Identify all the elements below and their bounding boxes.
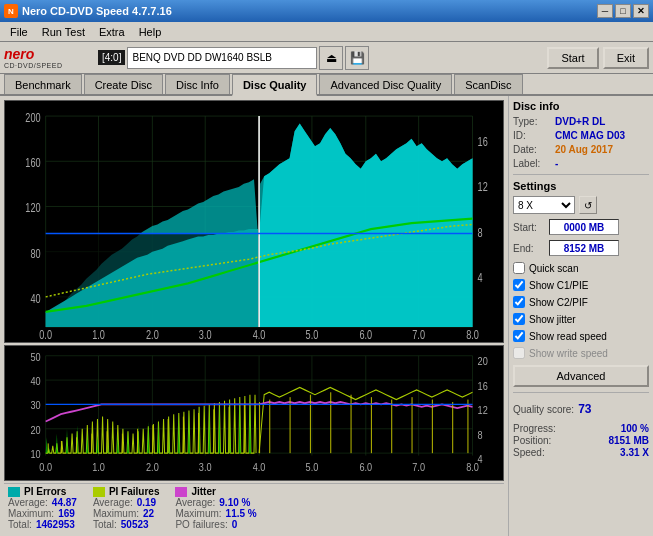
close-button[interactable]: ✕ — [633, 4, 649, 18]
tabs-bar: Benchmark Create Disc Disc Info Disc Qua… — [0, 74, 653, 96]
menu-file[interactable]: File — [4, 24, 34, 40]
svg-text:8: 8 — [478, 429, 483, 441]
svg-text:50: 50 — [30, 351, 41, 363]
speed-label: Speed: — [513, 447, 545, 458]
speed-settings-row: 8 X Max 4 X ↺ — [513, 196, 649, 214]
tab-disc-info[interactable]: Disc Info — [165, 74, 230, 94]
jitter-legend: Jitter Average: 9.10 % Maximum: 11.5 % P… — [175, 486, 256, 530]
save-icon[interactable]: 💾 — [345, 46, 369, 70]
exit-button[interactable]: Exit — [603, 47, 649, 69]
svg-rect-80 — [467, 400, 468, 454]
svg-text:1.0: 1.0 — [92, 327, 105, 341]
svg-rect-60 — [122, 434, 123, 453]
pi-failures-avg-value: 0.19 — [137, 497, 156, 508]
pi-errors-max-label: Maximum: — [8, 508, 54, 519]
quick-scan-checkbox[interactable] — [513, 262, 525, 274]
jitter-max-label: Maximum: — [175, 508, 221, 519]
pi-errors-total-label: Total: — [8, 519, 32, 530]
title-bar: N Nero CD-DVD Speed 4.7.7.16 ─ □ ✕ — [0, 0, 653, 22]
bottom-chart-svg: 50 40 30 20 10 20 16 12 8 4 0.0 1.0 2.0 … — [5, 346, 503, 480]
pi-failures-max-value: 22 — [143, 508, 154, 519]
speed-select[interactable]: 8 X Max 4 X — [513, 196, 575, 214]
disc-date-value: 20 Aug 2017 — [555, 144, 613, 155]
start-mb-row: Start: — [513, 219, 649, 235]
show-c1pie-checkbox[interactable] — [513, 279, 525, 291]
tab-scandisc[interactable]: ScanDisc — [454, 74, 522, 94]
svg-text:2.0: 2.0 — [146, 327, 159, 341]
jitter-avg-value: 9.10 % — [219, 497, 250, 508]
svg-rect-57 — [76, 437, 77, 453]
disc-type-value: DVD+R DL — [555, 116, 605, 127]
tab-create-disc[interactable]: Create Disc — [84, 74, 163, 94]
minimize-button[interactable]: ─ — [597, 4, 613, 18]
progress-section: Progress: 100 % Position: 8151 MB Speed:… — [513, 423, 649, 459]
app-icon: N — [4, 4, 18, 18]
pi-errors-avg-value: 44.87 — [52, 497, 77, 508]
svg-rect-63 — [168, 419, 169, 453]
svg-text:20: 20 — [30, 424, 41, 436]
svg-text:0.0: 0.0 — [39, 327, 52, 341]
progress-value: 100 % — [621, 423, 649, 434]
start-button[interactable]: Start — [547, 47, 598, 69]
refresh-button[interactable]: ↺ — [579, 196, 597, 214]
pi-errors-total-value: 1462953 — [36, 519, 75, 530]
svg-rect-58 — [91, 434, 92, 453]
show-c1pie-label: Show C1/PIE — [529, 280, 588, 291]
svg-rect-59 — [107, 431, 108, 453]
tab-benchmark[interactable]: Benchmark — [4, 74, 82, 94]
pi-failures-color — [93, 487, 105, 497]
quick-scan-label: Quick scan — [529, 263, 578, 274]
svg-text:16: 16 — [478, 380, 489, 392]
svg-text:5.0: 5.0 — [306, 462, 319, 474]
svg-text:12: 12 — [478, 180, 488, 194]
show-read-speed-row: Show read speed — [513, 330, 649, 342]
svg-text:0.0: 0.0 — [39, 462, 52, 474]
app-logo: nero CD·DVD/SPEED — [4, 44, 94, 72]
drive-dropdown[interactable]: BENQ DVD DD DW1640 BSLB — [127, 47, 317, 69]
disc-label-value: - — [555, 158, 558, 169]
show-c2pif-row: Show C2/PIF — [513, 296, 649, 308]
show-c2pif-checkbox[interactable] — [513, 296, 525, 308]
svg-rect-69 — [259, 402, 260, 453]
end-mb-label: End: — [513, 243, 545, 254]
pi-failures-total-label: Total: — [93, 519, 117, 530]
svg-rect-64 — [183, 417, 184, 454]
menu-run-test[interactable]: Run Test — [36, 24, 91, 40]
pi-failures-total-value: 50523 — [121, 519, 149, 530]
end-mb-input[interactable] — [549, 240, 619, 256]
menu-help[interactable]: Help — [133, 24, 168, 40]
menu-extra[interactable]: Extra — [93, 24, 131, 40]
toolbar: nero CD·DVD/SPEED [4:0] BENQ DVD DD DW16… — [0, 42, 653, 74]
svg-text:80: 80 — [30, 246, 40, 260]
tab-advanced-disc-quality[interactable]: Advanced Disc Quality — [319, 74, 452, 94]
quick-scan-row: Quick scan — [513, 262, 649, 274]
divider-2 — [513, 392, 649, 393]
pi-failures-avg-label: Average: — [93, 497, 133, 508]
settings-title: Settings — [513, 180, 649, 192]
po-failures-value: 0 — [232, 519, 238, 530]
top-chart: 200 160 120 80 40 16 12 8 4 0.0 1.0 2.0 … — [4, 100, 504, 343]
maximize-button[interactable]: □ — [615, 4, 631, 18]
svg-text:5.0: 5.0 — [306, 327, 319, 341]
svg-text:40: 40 — [30, 375, 41, 387]
pi-errors-avg-label: Average: — [8, 497, 48, 508]
pi-errors-legend: PI Errors Average: 44.87 Maximum: 169 To… — [8, 486, 77, 530]
show-jitter-checkbox[interactable] — [513, 313, 525, 325]
start-mb-input[interactable] — [549, 219, 619, 235]
svg-text:30: 30 — [30, 400, 41, 412]
pi-failures-max-label: Maximum: — [93, 508, 139, 519]
show-jitter-label: Show jitter — [529, 314, 576, 325]
jitter-label: Jitter — [191, 486, 215, 497]
svg-text:3.0: 3.0 — [199, 462, 212, 474]
quality-score-row: Quality score: 73 — [513, 402, 649, 416]
show-read-speed-checkbox[interactable] — [513, 330, 525, 342]
svg-text:40: 40 — [30, 291, 40, 305]
eject-icon[interactable]: ⏏ — [319, 46, 343, 70]
show-c2pif-label: Show C2/PIF — [529, 297, 588, 308]
right-panel: Disc info Type: DVD+R DL ID: CMC MAG D03… — [508, 96, 653, 536]
advanced-button[interactable]: Advanced — [513, 365, 649, 387]
quality-score-label: Quality score: — [513, 404, 574, 415]
svg-rect-74 — [351, 395, 352, 453]
tab-disc-quality[interactable]: Disc Quality — [232, 74, 318, 96]
end-mb-row: End: — [513, 240, 649, 256]
